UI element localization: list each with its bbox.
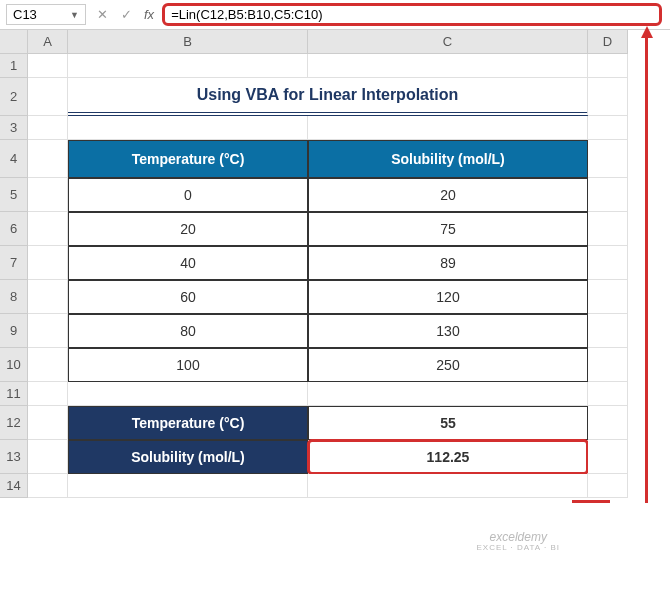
row-head[interactable]: 9	[0, 314, 28, 348]
cell[interactable]	[28, 54, 68, 78]
cell[interactable]	[588, 280, 628, 314]
cell[interactable]	[28, 474, 68, 498]
table-row[interactable]: 100	[68, 348, 308, 382]
table-row[interactable]: 20	[308, 178, 588, 212]
accept-icon[interactable]: ✓	[114, 7, 138, 22]
page-title: Using VBA for Linear Interpolation	[68, 78, 588, 116]
fx-icon[interactable]: fx	[138, 7, 160, 22]
row-head[interactable]: 5	[0, 178, 28, 212]
watermark-sub: EXCEL · DATA · BI	[476, 544, 560, 553]
table-row[interactable]: 250	[308, 348, 588, 382]
table-row[interactable]: 130	[308, 314, 588, 348]
cell[interactable]	[68, 474, 308, 498]
cell[interactable]	[588, 212, 628, 246]
cell[interactable]	[588, 406, 628, 440]
row-head[interactable]: 11	[0, 382, 28, 406]
col-head-d[interactable]: D	[588, 30, 628, 54]
cell[interactable]	[588, 440, 628, 474]
cancel-icon[interactable]: ✕	[90, 7, 114, 22]
row-head[interactable]: 13	[0, 440, 28, 474]
row-head[interactable]: 1	[0, 54, 28, 78]
cell[interactable]	[28, 178, 68, 212]
name-box[interactable]: C13 ▼	[6, 4, 86, 25]
selected-cell-c13[interactable]: 112.25	[308, 440, 588, 474]
row-head[interactable]: 14	[0, 474, 28, 498]
cell[interactable]	[68, 54, 308, 78]
cell[interactable]	[308, 382, 588, 406]
cell[interactable]	[28, 382, 68, 406]
select-all-corner[interactable]	[0, 30, 28, 54]
row-head[interactable]: 6	[0, 212, 28, 246]
row-head[interactable]: 12	[0, 406, 28, 440]
row-head[interactable]: 7	[0, 246, 28, 280]
table-row[interactable]: 75	[308, 212, 588, 246]
formula-input[interactable]: =Lin(C12,B5:B10,C5:C10)	[162, 3, 662, 26]
cell[interactable]	[28, 280, 68, 314]
cell[interactable]	[28, 116, 68, 140]
table-row[interactable]: 120	[308, 280, 588, 314]
formula-bar: C13 ▼ ✕ ✓ fx =Lin(C12,B5:B10,C5:C10)	[0, 0, 670, 30]
cell[interactable]	[588, 246, 628, 280]
input-temp-label: Temperature (°C)	[68, 406, 308, 440]
cell[interactable]	[28, 212, 68, 246]
cell[interactable]	[28, 78, 68, 116]
table-header-temp: Temperature (°C)	[68, 140, 308, 178]
table-row[interactable]: 80	[68, 314, 308, 348]
col-head-c[interactable]: C	[308, 30, 588, 54]
name-box-value: C13	[13, 7, 37, 22]
cell[interactable]	[308, 116, 588, 140]
cell[interactable]	[28, 406, 68, 440]
input-sol-label: Solubility (mol/L)	[68, 440, 308, 474]
chevron-down-icon[interactable]: ▼	[70, 10, 79, 20]
input-temp-value[interactable]: 55	[308, 406, 588, 440]
cell[interactable]	[588, 54, 628, 78]
col-head-b[interactable]: B	[68, 30, 308, 54]
table-row[interactable]: 40	[68, 246, 308, 280]
table-row[interactable]: 20	[68, 212, 308, 246]
cell[interactable]	[588, 348, 628, 382]
cell[interactable]	[308, 474, 588, 498]
table-row[interactable]: 0	[68, 178, 308, 212]
cell[interactable]	[588, 140, 628, 178]
col-head-a[interactable]: A	[28, 30, 68, 54]
table-row[interactable]: 89	[308, 246, 588, 280]
spreadsheet-grid: A B C D 1 2 Using VBA for Linear Interpo…	[0, 30, 670, 498]
cell[interactable]	[28, 246, 68, 280]
row-head[interactable]: 4	[0, 140, 28, 178]
cell[interactable]	[28, 140, 68, 178]
table-header-sol: Solubility (mol/L)	[308, 140, 588, 178]
callout-line	[645, 35, 648, 503]
cell[interactable]	[588, 116, 628, 140]
cell[interactable]	[588, 78, 628, 116]
row-head[interactable]: 10	[0, 348, 28, 382]
table-row[interactable]: 60	[68, 280, 308, 314]
cell[interactable]	[68, 116, 308, 140]
cell[interactable]	[588, 474, 628, 498]
cell[interactable]	[588, 382, 628, 406]
cell[interactable]	[588, 178, 628, 212]
cell[interactable]	[28, 348, 68, 382]
cell[interactable]	[308, 54, 588, 78]
callout-line	[572, 500, 610, 503]
cell[interactable]	[28, 314, 68, 348]
row-head[interactable]: 2	[0, 78, 28, 116]
watermark: exceldemy EXCEL · DATA · BI	[476, 531, 560, 553]
row-head[interactable]: 3	[0, 116, 28, 140]
arrow-up-icon	[641, 26, 653, 38]
cell[interactable]	[588, 314, 628, 348]
cell[interactable]	[28, 440, 68, 474]
cell[interactable]	[68, 382, 308, 406]
row-head[interactable]: 8	[0, 280, 28, 314]
